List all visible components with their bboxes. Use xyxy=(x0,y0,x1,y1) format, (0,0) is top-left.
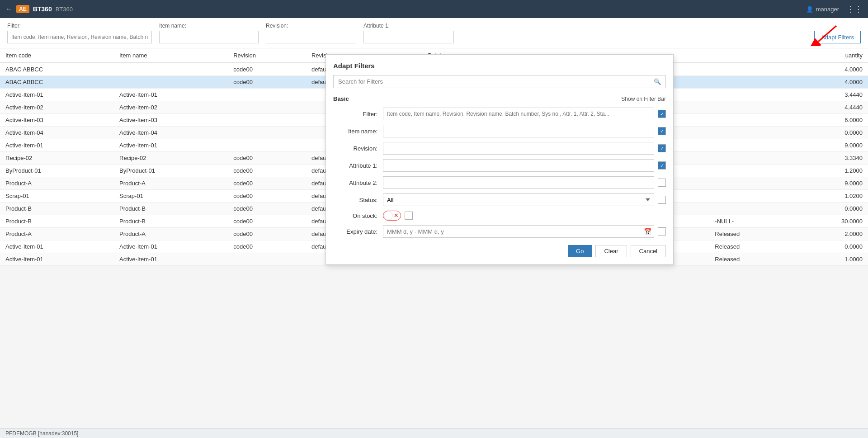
status-form-row: Status: All Active Inactive xyxy=(333,193,666,206)
expiry-date-input[interactable] xyxy=(383,225,654,238)
calendar-icon[interactable]: 📅 xyxy=(644,228,651,235)
cell-revision: code00 xyxy=(228,152,306,165)
cell-revision xyxy=(228,127,306,139)
panel-filter-input[interactable] xyxy=(383,108,654,120)
revision-label: Revision: xyxy=(266,23,356,29)
attribute1-input[interactable] xyxy=(363,31,454,43)
panel-title: Adapt Filters xyxy=(333,62,666,70)
cell-item_name: Product-B xyxy=(114,203,228,215)
expiry-date-wrap: 📅 xyxy=(383,225,654,238)
cell-item_code: Active-Item-04 xyxy=(0,127,114,139)
on-stock-toggle[interactable]: ✕ xyxy=(383,211,401,221)
cell-c9 xyxy=(709,89,793,101)
col-quantity: uantity xyxy=(793,48,868,63)
grid-icon[interactable]: ⋮⋮ xyxy=(846,4,863,14)
cell-c9 xyxy=(709,76,793,89)
cell-quantity: 1.0200 xyxy=(793,190,868,203)
cell-item_code: ABAC ABBCC xyxy=(0,76,114,89)
cell-item_name: Active-Item-01 xyxy=(114,253,228,266)
filter-group-main: Filter: xyxy=(7,23,152,43)
cell-item_name: Product-A xyxy=(114,228,228,240)
panel-attribute1-input[interactable] xyxy=(383,159,654,172)
cell-revision: code00 xyxy=(228,228,306,240)
cell-item_name xyxy=(114,63,228,76)
panel-attribute2-input[interactable] xyxy=(383,176,654,189)
filter-label: Filter: xyxy=(7,23,152,29)
attribute2-checkbox[interactable] xyxy=(658,179,666,187)
item-name-form-row: Item name: xyxy=(333,125,666,137)
clear-button[interactable]: Clear xyxy=(595,245,627,257)
filter-checkbox[interactable] xyxy=(658,110,666,118)
cell-item_code: Active-Item-01 xyxy=(0,139,114,152)
user-label: 👤 manager xyxy=(806,6,839,13)
filter-group-revision: Revision: xyxy=(266,23,356,43)
col-item-code: Item code xyxy=(0,48,114,63)
attribute1-form-row: Attribute 1: xyxy=(333,159,666,172)
status-checkbox[interactable] xyxy=(658,196,666,204)
panel-revision-input[interactable] xyxy=(383,142,654,155)
cell-c9 xyxy=(709,114,793,127)
item-name-input[interactable] xyxy=(159,31,259,43)
cell-quantity: 6.0000 xyxy=(793,114,868,127)
cell-item_code: Active-Item-01 xyxy=(0,240,114,253)
cell-revision xyxy=(228,253,306,266)
cell-c9: Released xyxy=(709,228,793,240)
cell-item_code: Product-B xyxy=(0,215,114,228)
cell-revision: code00 xyxy=(228,190,306,203)
cell-quantity: 9.0000 xyxy=(793,139,868,152)
filter-bar: Filter: Item name: Revision: Attribute 1… xyxy=(0,18,868,48)
adapt-filters-button[interactable]: Adapt Filters xyxy=(814,31,861,43)
attribute1-checkbox[interactable] xyxy=(658,161,666,170)
go-button[interactable]: Go xyxy=(568,245,592,257)
cell-revision xyxy=(228,114,306,127)
panel-expiry-date-label: Expiry date: xyxy=(333,228,383,235)
panel-item-name-input[interactable] xyxy=(383,125,654,137)
revision-checkbox[interactable] xyxy=(658,144,666,152)
cell-item_name: Product-A xyxy=(114,177,228,190)
cell-revision: code00 xyxy=(228,63,306,76)
item-name-checkbox[interactable] xyxy=(658,127,666,135)
panel-actions: Go Clear Cancel xyxy=(333,245,666,257)
cell-quantity: 3.4440 xyxy=(793,89,868,101)
expiry-date-form-row: Expiry date: 📅 xyxy=(333,225,666,238)
cell-item_code: Product-A xyxy=(0,228,114,240)
status-select[interactable]: All Active Inactive xyxy=(383,193,654,206)
cell-item_name: Active-Item-04 xyxy=(114,127,228,139)
cell-item_code: Active-Item-02 xyxy=(0,101,114,114)
on-stock-toggle-row: ✕ xyxy=(383,211,401,221)
app-subtitle: BT360 xyxy=(56,6,73,13)
cell-item_code: Scrap-01 xyxy=(0,190,114,203)
cell-c9: Released xyxy=(709,240,793,253)
on-stock-checkbox[interactable] xyxy=(405,212,413,220)
cell-c9 xyxy=(709,139,793,152)
expiry-date-checkbox[interactable] xyxy=(658,227,666,235)
cell-quantity: 0.0000 xyxy=(793,240,868,253)
cell-c9 xyxy=(709,203,793,215)
show-filter-bar-label: Show on Filter Bar xyxy=(621,96,666,102)
panel-revision-label: Revision: xyxy=(333,145,383,152)
cell-item_name xyxy=(114,76,228,89)
panel-filter-label: Filter: xyxy=(333,111,383,118)
cell-item_name: Active-Item-02 xyxy=(114,101,228,114)
cancel-button[interactable]: Cancel xyxy=(631,245,666,257)
cell-revision: code00 xyxy=(228,203,306,215)
filter-input[interactable] xyxy=(7,31,152,43)
cell-revision: code00 xyxy=(228,76,306,89)
cell-c9 xyxy=(709,127,793,139)
cell-revision: code00 xyxy=(228,215,306,228)
revision-form-row: Revision: xyxy=(333,142,666,155)
cell-c9: -NULL- xyxy=(709,215,793,228)
attribute1-label: Attribute 1: xyxy=(363,23,454,29)
cell-quantity: 1.2000 xyxy=(793,165,868,177)
app-badge: AE xyxy=(16,5,29,13)
back-button[interactable]: ← xyxy=(5,5,13,13)
user-icon: 👤 xyxy=(806,6,813,13)
app-title: BT360 xyxy=(33,5,52,13)
filter-search-input[interactable] xyxy=(334,75,649,88)
col-c9 xyxy=(709,48,793,63)
cell-c9 xyxy=(709,177,793,190)
cell-item_code: Active-Item-01 xyxy=(0,253,114,266)
cell-quantity: 4.4440 xyxy=(793,101,868,114)
revision-input[interactable] xyxy=(266,31,356,43)
cell-revision: code00 xyxy=(228,177,306,190)
